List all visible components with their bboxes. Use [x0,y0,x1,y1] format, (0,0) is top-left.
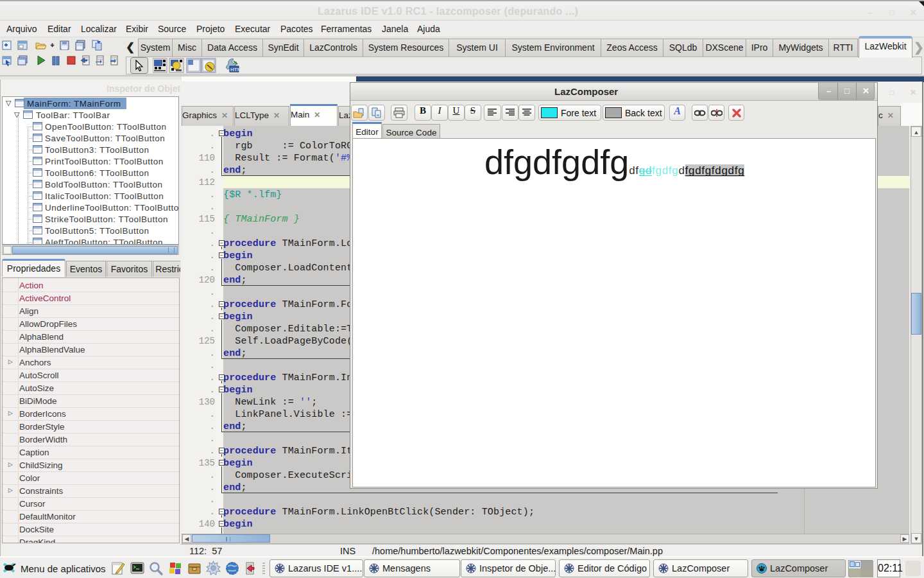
svg-text:HTM: HTM [230,67,239,73]
